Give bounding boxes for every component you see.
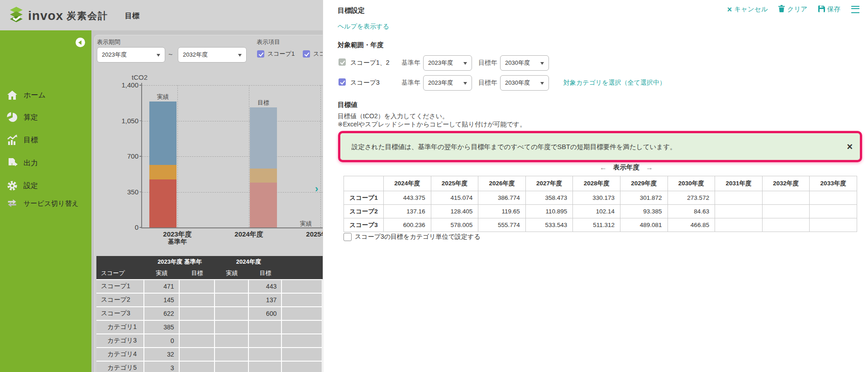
scope-label: スコープ3 bbox=[350, 79, 380, 87]
base-year-value: 2023年度 bbox=[428, 79, 453, 87]
base-year-select[interactable]: 2023年度 bbox=[423, 75, 472, 91]
target-cell[interactable]: 533.543 bbox=[525, 218, 573, 232]
scope2-checkbox[interactable] bbox=[303, 50, 310, 58]
sidebar-item-0[interactable]: ホーム bbox=[0, 89, 91, 101]
target-cell[interactable] bbox=[762, 205, 810, 218]
tab-target[interactable]: 目標 bbox=[125, 11, 139, 21]
sub-header: 実績 bbox=[215, 267, 249, 279]
left-arrow-icon[interactable]: ← bbox=[600, 164, 607, 172]
bar-label: 目標 bbox=[250, 99, 277, 107]
target-cell[interactable]: 466.85 bbox=[668, 218, 715, 232]
year-column-header: 2028年度 bbox=[573, 176, 620, 191]
top-header: invox 炭素会計 目標 bbox=[0, 0, 323, 30]
category-target-label: スコープ3の目標をカテゴリ単位で設定する bbox=[355, 233, 481, 241]
target-cell[interactable]: 600.236 bbox=[384, 218, 431, 232]
target-cell[interactable]: 137.16 bbox=[384, 205, 431, 218]
scope2-filter[interactable]: スコープ2 bbox=[303, 50, 323, 58]
cell bbox=[249, 333, 282, 347]
target-year-select[interactable]: 2030年度 bbox=[500, 75, 549, 91]
cell bbox=[282, 306, 323, 320]
target-row: スコープ3600.236578.005555.774533.543511.312… bbox=[344, 218, 857, 232]
select-categories-link[interactable]: 対象カテゴリを選択（全て選択中） bbox=[563, 79, 666, 87]
target-cell[interactable]: 84.63 bbox=[668, 205, 715, 218]
cell bbox=[282, 279, 323, 293]
cell bbox=[282, 361, 323, 372]
action-cancel-button[interactable]: ×キャンセル bbox=[727, 5, 768, 14]
chart-summary-table: 2023年度 基準年2024年度スコープ実績目標実績目標スコープ1471443ス… bbox=[96, 256, 323, 372]
close-icon[interactable]: × bbox=[847, 142, 853, 151]
target-cell[interactable]: 443.375 bbox=[384, 191, 431, 205]
target-cell[interactable] bbox=[762, 191, 810, 205]
target-cell[interactable]: 358.473 bbox=[525, 191, 573, 205]
target-cell[interactable]: 301.872 bbox=[620, 191, 668, 205]
sidebar: ホーム算定目標出力設定サービス切り替え bbox=[0, 30, 91, 372]
target-cell[interactable]: 102.14 bbox=[573, 205, 620, 218]
logo-icon bbox=[7, 6, 25, 26]
cell bbox=[249, 320, 282, 333]
logo-suffix: 炭素会計 bbox=[67, 10, 108, 22]
collapse-left-icon[interactable] bbox=[76, 38, 85, 47]
target-cell[interactable] bbox=[715, 191, 763, 205]
table-row: スコープ3622600 bbox=[96, 306, 323, 320]
group-header: 2023年度 基準年 bbox=[144, 256, 215, 267]
right-arrow-icon[interactable]: → bbox=[646, 164, 653, 172]
target-cell[interactable] bbox=[762, 218, 810, 232]
target-cell[interactable]: 128.405 bbox=[431, 205, 478, 218]
action-clear-button[interactable]: クリア bbox=[778, 5, 807, 14]
category-target-toggle[interactable]: スコープ3の目標をカテゴリ単位で設定する bbox=[343, 233, 481, 241]
sidebar-item-label: サービス切り替え bbox=[24, 199, 79, 208]
target-cell[interactable] bbox=[810, 218, 857, 232]
period-from-select[interactable]: 2023年度 bbox=[97, 47, 165, 63]
sidebar-item-label: 出力 bbox=[24, 159, 38, 168]
cell bbox=[282, 320, 323, 333]
period-to-select[interactable]: 2032年度 bbox=[178, 47, 247, 63]
items-label: 表示項目 bbox=[257, 38, 280, 46]
target-cell[interactable]: 386.774 bbox=[478, 191, 526, 205]
logo[interactable]: invox 炭素会計 bbox=[7, 6, 108, 26]
target-cell[interactable]: 330.173 bbox=[573, 191, 620, 205]
row-label: カテゴリ4 bbox=[96, 347, 144, 361]
panel-actions: ×キャンセルクリア保存 bbox=[727, 5, 859, 14]
group-header: 2024年度 bbox=[215, 256, 282, 267]
x-category-sublabel: 基準年 bbox=[153, 238, 202, 246]
hamburger-icon[interactable] bbox=[851, 6, 859, 13]
chevron-right-icon[interactable]: › bbox=[315, 183, 318, 195]
target-cell[interactable]: 511.312 bbox=[573, 218, 620, 232]
category-target-checkbox[interactable] bbox=[343, 233, 352, 241]
target-cell[interactable] bbox=[715, 205, 763, 218]
target-year-label: 目標年 bbox=[478, 59, 497, 67]
scope1-checkbox[interactable] bbox=[257, 50, 264, 58]
row-label: カテゴリ1 bbox=[96, 320, 144, 333]
sidebar-item-3[interactable]: 出力 bbox=[0, 157, 91, 169]
sidebar-item-service-switch[interactable]: サービス切り替え bbox=[0, 197, 91, 210]
pie-chart-icon bbox=[6, 112, 18, 123]
target-cell[interactable] bbox=[715, 218, 763, 232]
target-cell[interactable] bbox=[810, 191, 857, 205]
scope-checkbox[interactable] bbox=[339, 78, 346, 86]
target-cell[interactable]: 119.65 bbox=[478, 205, 526, 218]
chevron-down-icon bbox=[157, 54, 160, 57]
sidebar-item-1[interactable]: 算定 bbox=[0, 111, 91, 124]
base-year-select[interactable]: 2023年度 bbox=[423, 55, 472, 71]
help-link[interactable]: ヘルプを表示する bbox=[338, 23, 389, 31]
target-cell[interactable]: 415.074 bbox=[431, 191, 478, 205]
target-cell[interactable]: 110.895 bbox=[525, 205, 573, 218]
target-cell[interactable] bbox=[810, 205, 857, 218]
target-cell[interactable]: 555.774 bbox=[478, 218, 526, 232]
target-cell[interactable]: 578.005 bbox=[431, 218, 478, 232]
scope1-filter[interactable]: スコープ1 bbox=[257, 50, 295, 58]
action-save-button[interactable]: 保存 bbox=[818, 5, 840, 14]
target-cell[interactable]: 273.572 bbox=[668, 191, 715, 205]
base-year-label: 基準年 bbox=[401, 59, 420, 67]
x-icon: × bbox=[727, 6, 732, 13]
scope-row-1: スコープ3基準年2023年度目標年2030年度対象カテゴリを選択（全て選択中） bbox=[323, 75, 868, 90]
target-year-select[interactable]: 2030年度 bbox=[500, 55, 549, 71]
target-cell[interactable]: 489.081 bbox=[620, 218, 668, 232]
chevron-down-icon bbox=[463, 62, 467, 65]
cell: 385 bbox=[144, 320, 180, 333]
cell bbox=[249, 347, 282, 361]
sidebar-item-4[interactable]: 設定 bbox=[0, 179, 91, 192]
cell bbox=[180, 361, 215, 372]
sidebar-item-2[interactable]: 目標 bbox=[0, 134, 91, 146]
target-cell[interactable]: 93.385 bbox=[620, 205, 668, 218]
